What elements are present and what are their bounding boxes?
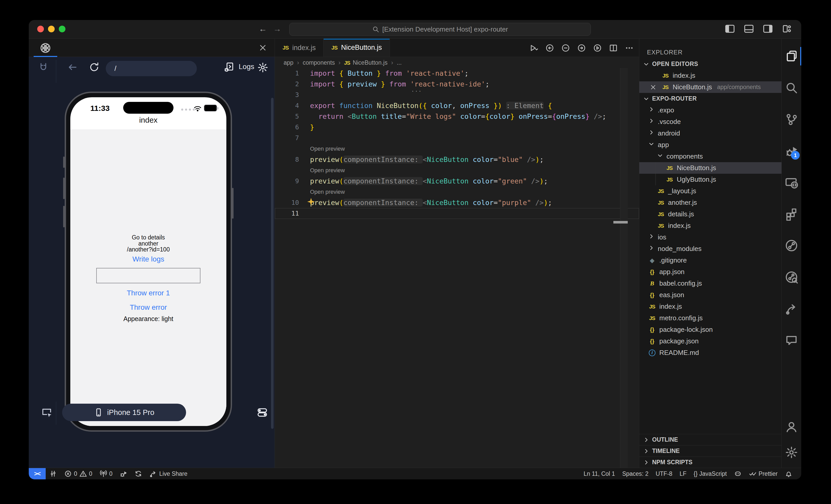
customize-layout-icon[interactable]	[782, 24, 792, 34]
throw-error-button[interactable]: Throw error	[70, 303, 226, 312]
status-notifications[interactable]	[781, 470, 796, 478]
status-copilot[interactable]	[730, 470, 745, 478]
section-npm-scripts[interactable]: NPM SCRIPTS	[639, 456, 781, 468]
code-line-3[interactable]: 3	[275, 90, 639, 100]
activity-source-control-icon[interactable]	[782, 107, 801, 132]
tree-item-NiceButton.js[interactable]: JSNiceButton.js	[639, 162, 781, 174]
close-window-button[interactable]	[37, 26, 44, 32]
code-line-5[interactable]: 5 return <Button title="Write logs" colo…	[275, 111, 639, 122]
section-timeline[interactable]: TIMELINE	[639, 445, 781, 456]
tree-item-node_modules[interactable]: node_modules	[639, 243, 781, 255]
tree-item-package.json[interactable]: {}package.json	[639, 335, 781, 347]
status-indentation[interactable]: Spaces: 2	[619, 470, 652, 477]
tree-item-ios[interactable]: ios	[639, 232, 781, 243]
tree-item-README.md[interactable]: iREADME.md	[639, 347, 781, 358]
throw-error-1-button[interactable]: Throw error 1	[70, 289, 226, 297]
code-line-8[interactable]: 8preview(componentInstance: <NiceButton …	[275, 154, 639, 165]
phone-screen[interactable]: 11:33 index Go to details another /anoth…	[70, 97, 226, 426]
toggle-panel-icon[interactable]	[744, 24, 754, 34]
open-editor-NiceButton.js[interactable]: JSNiceButton.jsapp/components	[639, 81, 781, 93]
tree-item-components[interactable]: components	[639, 151, 781, 162]
record-icon[interactable]	[561, 43, 570, 53]
close-editor-icon[interactable]	[258, 43, 267, 53]
activity-comments-icon[interactable]	[782, 327, 801, 353]
tree-item-_layout.js[interactable]: JS_layout.js	[639, 185, 781, 197]
activity-radon-ide-icon[interactable]	[782, 233, 801, 259]
activity-accounts-icon[interactable]	[782, 414, 801, 440]
reload-button[interactable]	[89, 62, 99, 73]
write-logs-button[interactable]: Write logs	[70, 255, 226, 263]
nav-back-button[interactable]	[67, 62, 78, 73]
open-editor-index.js[interactable]: JSindex.js	[639, 70, 781, 81]
phone-text-input[interactable]	[96, 268, 200, 283]
status-live-share[interactable]: Live Share	[146, 468, 191, 479]
tree-item-details.js[interactable]: JSdetails.js	[639, 208, 781, 220]
navigate-back-icon[interactable]	[545, 43, 554, 53]
magnet-icon[interactable]	[38, 62, 49, 73]
activity-manage-icon[interactable]	[782, 440, 801, 465]
status-language-mode[interactable]: {} JavaScript	[690, 470, 730, 477]
tree-item-.expo[interactable]: .expo	[639, 105, 781, 116]
activity-live-share-icon[interactable]	[782, 296, 801, 322]
code-line-6[interactable]: 6}	[275, 122, 639, 133]
tree-item-android[interactable]: android	[639, 127, 781, 139]
tree-item-UglyButton.js[interactable]: JSUglyButton.js	[639, 174, 781, 185]
simulator-scrollbar[interactable]	[271, 98, 274, 429]
split-editor-icon[interactable]	[609, 43, 618, 53]
project-root-header[interactable]: EXPO-ROUTER	[639, 93, 781, 105]
code-editor[interactable]: 1import { Button } from 'react-native';2…	[275, 68, 639, 468]
tree-item-package-lock.json[interactable]: {}package-lock.json	[639, 324, 781, 335]
maximize-window-button[interactable]	[59, 26, 65, 32]
toggle-primary-sidebar-icon[interactable]	[725, 24, 735, 34]
tree-item-metro.config.js[interactable]: JSmetro.config.js	[639, 312, 781, 324]
codelens-open-preview[interactable]: Open preview	[275, 144, 639, 154]
code-line-10[interactable]: 10preview(componentInstance: <NiceButton…	[275, 197, 639, 208]
history-forward-button[interactable]: →	[271, 24, 283, 34]
tab-index.js[interactable]: JSindex.js	[275, 39, 324, 57]
tree-item-babel.config.js[interactable]: Bbabel.config.js	[639, 278, 781, 289]
device-select-button[interactable]: iPhone 15 Pro	[62, 404, 186, 421]
device-settings-toggles-icon[interactable]	[257, 407, 268, 419]
editor-horizontal-scrollbar[interactable]	[613, 221, 628, 224]
status-sync[interactable]	[131, 468, 146, 479]
sparkle-code-action-icon[interactable]	[307, 197, 315, 209]
status-encoding[interactable]: UTF-8	[652, 470, 676, 477]
status-tune[interactable]	[46, 468, 61, 479]
code-line-4[interactable]: 4export function NiceButton({ color, onP…	[275, 100, 639, 111]
close-icon[interactable]	[650, 84, 658, 91]
code-line-11[interactable]: 11	[275, 208, 639, 219]
breadcrumb-item[interactable]: ...	[397, 59, 402, 66]
remote-indicator[interactable]: ><	[29, 468, 46, 479]
code-line-7[interactable]: 7	[275, 133, 639, 144]
minimize-window-button[interactable]	[48, 26, 55, 32]
more-actions-icon[interactable]	[625, 43, 634, 53]
breadcrumb-item[interactable]: components	[303, 59, 335, 66]
status-ports[interactable]: 0	[96, 468, 116, 479]
toggle-secondary-sidebar-icon[interactable]	[763, 24, 773, 34]
navigate-forward-icon[interactable]	[577, 43, 586, 53]
status-debug-start[interactable]	[116, 468, 131, 479]
tree-item-another.js[interactable]: JSanother.js	[639, 197, 781, 208]
status-eol[interactable]: LF	[676, 470, 690, 477]
activity-explorer-icon[interactable]	[782, 43, 801, 69]
section-outline[interactable]: OUTLINE	[639, 434, 781, 445]
tree-item-index.js[interactable]: JSindex.js	[639, 220, 781, 232]
route-url-input[interactable]	[106, 61, 197, 76]
tree-item-.gitignore[interactable]: ◆.gitignore	[639, 255, 781, 266]
breadcrumb[interactable]: app›components›JSNiceButton.js›...	[275, 57, 639, 68]
simulator-settings-gear-icon[interactable]	[257, 62, 268, 74]
tree-item-eas.json[interactable]: {}eas.json	[639, 289, 781, 301]
activity-remote-explorer-icon[interactable]	[782, 170, 801, 195]
status-problems[interactable]: 00	[61, 468, 96, 479]
codelens-open-preview[interactable]: Open preview	[275, 165, 639, 176]
activity-search-icon[interactable]	[782, 75, 801, 100]
activity-run-and-debug-icon[interactable]: 1	[782, 138, 801, 164]
logs-button[interactable]: Logs	[224, 61, 254, 72]
run-preview-icon[interactable]	[593, 43, 602, 53]
activity-extensions-icon[interactable]	[782, 201, 801, 227]
tree-item-index.js[interactable]: JSindex.js	[639, 301, 781, 312]
open-editors-header[interactable]: OPEN EDITORS	[639, 58, 781, 70]
tab-NiceButton.js[interactable]: JSNiceButton.js	[324, 39, 390, 57]
tree-item-app.json[interactable]: {}app.json	[639, 266, 781, 278]
run-file-icon[interactable]	[529, 43, 539, 53]
